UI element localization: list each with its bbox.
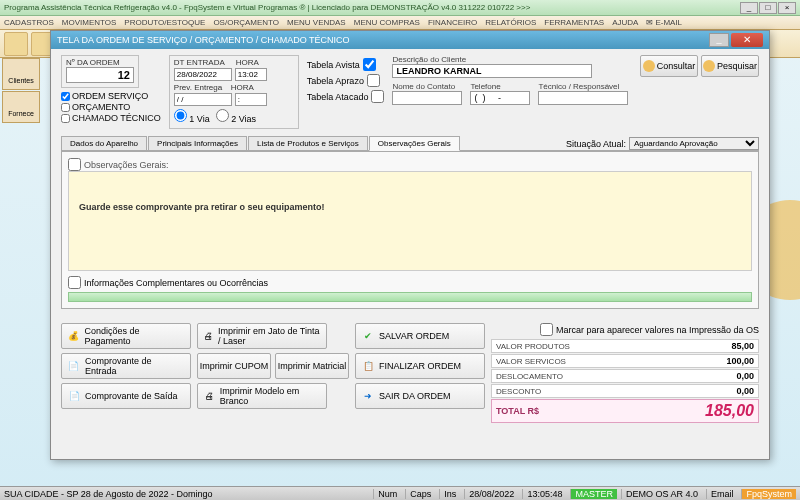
obs-textarea[interactable]: Guarde esse comprovante pra retirar o se… — [68, 171, 752, 271]
info-comp-checkbox[interactable] — [68, 276, 81, 289]
menu-os[interactable]: OS/ORÇAMENTO — [213, 18, 279, 27]
sb-fpq[interactable]: FpqSystem — [741, 489, 796, 499]
check-ordem-servico[interactable]: ORDEM SERVIÇO — [61, 91, 161, 101]
toolbar-icon[interactable] — [4, 32, 28, 56]
search-icon — [703, 60, 715, 72]
sidebar-fornecedores[interactable]: Fornece — [2, 91, 40, 123]
check-tabela-avista[interactable]: Tabela Avista — [307, 58, 385, 71]
contato-input[interactable] — [392, 91, 462, 105]
dialog-close[interactable]: ✕ — [731, 33, 763, 47]
telefone-input[interactable] — [470, 91, 530, 105]
menu-relatorios[interactable]: RELATÓRIOS — [485, 18, 536, 27]
sb-num: Num — [373, 489, 401, 499]
sb-cidade: SUA CIDADE - SP 28 de Agosto de 2022 - D… — [4, 489, 212, 499]
sb-ins: Ins — [439, 489, 460, 499]
finalizar-button[interactable]: 📋FINALIZAR ORDEM — [355, 353, 485, 379]
valor-desloc: 0,00 — [736, 371, 754, 381]
printer-icon: 🖨 — [203, 329, 214, 343]
tab-lista[interactable]: Lista de Produtos e Serviços — [248, 136, 368, 150]
marcar-checkbox[interactable] — [540, 323, 553, 336]
tab-dados[interactable]: Dados do Aparelho — [61, 136, 147, 150]
minimize-button[interactable]: _ — [740, 2, 758, 14]
sb-hora: 13:05:48 — [522, 489, 566, 499]
salvar-button[interactable]: ✔SALVAR ORDEM — [355, 323, 485, 349]
menu-ferramentas[interactable]: FERRAMENTAS — [544, 18, 604, 27]
dt-entrada-group: DT ENTRADA HORA Prev. Entrega HORA 1 Via… — [169, 55, 299, 129]
payment-icon: 💰 — [67, 329, 81, 343]
check-icon: ✔ — [361, 329, 375, 343]
window-controls: _ □ × — [740, 2, 796, 14]
radio-1via[interactable]: 1 Via — [174, 109, 210, 124]
app-titlebar: Programa Assistência Técnica Refrigeraçã… — [0, 0, 800, 16]
comp-entrada-button[interactable]: 📄Comprovante de Entrada — [61, 353, 191, 379]
hora-input[interactable] — [235, 68, 267, 81]
tab-obs[interactable]: Observações Gerais — [369, 136, 460, 151]
valor-total: 185,00 — [705, 402, 754, 420]
dialog-title-text: TELA DA ORDEM DE SERVIÇO / ORÇAMENTO / C… — [57, 35, 709, 45]
sair-button[interactable]: ➜SAIR DA ORDEM — [355, 383, 485, 409]
action-buttons: Consultar Pesquisar — [640, 55, 759, 77]
sb-master: MASTER — [570, 489, 617, 499]
valor-produtos: 85,00 — [731, 341, 754, 351]
maximize-button[interactable]: □ — [759, 2, 777, 14]
sb-caps: Caps — [405, 489, 435, 499]
comp-saida-button[interactable]: 📄Comprovante de Saída — [61, 383, 191, 409]
dt-entrada-input[interactable] — [174, 68, 232, 81]
sb-demo: DEMO OS AR 4.0 — [621, 489, 702, 499]
receipt-icon: 📄 — [67, 389, 81, 403]
obs-checkbox[interactable] — [68, 158, 81, 171]
imprimir-cupom-button[interactable]: Imprimir CUPOM — [197, 353, 271, 379]
search-icon — [643, 60, 655, 72]
tabs: Dados do Aparelho Principais Informações… — [61, 135, 759, 151]
menubar: CADASTROS MOVIMENTOS PRODUTO/ESTOQUE OS/… — [0, 16, 800, 30]
menu-produto[interactable]: PRODUTO/ESTOQUE — [124, 18, 205, 27]
sb-data: 28/08/2022 — [464, 489, 518, 499]
menu-cadastros[interactable]: CADASTROS — [4, 18, 54, 27]
valor-desconto: 0,00 — [736, 386, 754, 396]
prev-hora-input[interactable] — [235, 93, 267, 106]
num-ordem-input[interactable] — [66, 67, 134, 83]
num-ordem-group: Nº DA ORDEM — [61, 55, 139, 88]
tabela-group: Tabela Avista Tabela Aprazo Tabela Ataca… — [307, 55, 385, 106]
tecnico-input[interactable] — [538, 91, 628, 105]
menu-financeiro[interactable]: FINANCEIRO — [428, 18, 477, 27]
obs-panel: Observações Gerais: Guarde esse comprova… — [61, 151, 759, 309]
app-title: Programa Assistência Técnica Refrigeraçã… — [4, 3, 740, 12]
receipt-icon: 📄 — [67, 359, 81, 373]
close-button[interactable]: × — [778, 2, 796, 14]
situacao-select[interactable]: Aguardando Aprovação — [629, 137, 759, 150]
finalize-icon: 📋 — [361, 359, 375, 373]
os-dialog: TELA DA ORDEM DE SERVIÇO / ORÇAMENTO / C… — [50, 30, 770, 460]
sb-email[interactable]: Email — [706, 489, 738, 499]
sidebar-clientes[interactable]: Clientes — [2, 58, 40, 90]
dialog-titlebar: TELA DA ORDEM DE SERVIÇO / ORÇAMENTO / C… — [51, 31, 769, 49]
check-tabela-atacado[interactable]: Tabela Atacado — [307, 90, 385, 103]
statusbar: SUA CIDADE - SP 28 de Agosto de 2022 - D… — [0, 486, 800, 500]
imprimir-jato-button[interactable]: 🖨Imprimir em Jato de Tinta / Laser — [197, 323, 327, 349]
situacao-label: Situação Atual: — [566, 139, 626, 149]
check-orcamento[interactable]: ORÇAMENTO — [61, 102, 161, 112]
radio-2vias[interactable]: 2 Vias — [216, 109, 256, 124]
menu-movimentos[interactable]: MOVIMENTOS — [62, 18, 117, 27]
menu-vendas[interactable]: MENU VENDAS — [287, 18, 346, 27]
valor-servicos: 100,00 — [726, 356, 754, 366]
imprimir-matricial-button[interactable]: Imprimir Matricial — [275, 353, 349, 379]
info-comp-bar — [68, 292, 752, 302]
pesquisar-button[interactable]: Pesquisar — [701, 55, 759, 77]
consultar-button[interactable]: Consultar — [640, 55, 698, 77]
menu-email[interactable]: ✉ E-MAIL — [646, 18, 682, 27]
exit-icon: ➜ — [361, 389, 375, 403]
menu-ajuda[interactable]: AJUDA — [612, 18, 638, 27]
cond-pagamento-button[interactable]: 💰Condições de Pagamento — [61, 323, 191, 349]
cliente-input[interactable] — [392, 64, 592, 78]
num-ordem-label: Nº DA ORDEM — [66, 58, 134, 67]
check-tabela-aprazo[interactable]: Tabela Aprazo — [307, 74, 385, 87]
tab-principais[interactable]: Principais Informações — [148, 136, 247, 150]
dialog-minimize[interactable]: _ — [709, 33, 729, 47]
sidebar: Clientes Fornece — [2, 58, 40, 123]
check-chamado[interactable]: CHAMADO TÉCNICO — [61, 113, 161, 123]
menu-compras[interactable]: MENU COMPRAS — [354, 18, 420, 27]
totals-panel: Marcar para aparecer valores na Impressã… — [491, 323, 759, 423]
imprimir-branco-button[interactable]: 🖨Imprimir Modelo em Branco — [197, 383, 327, 409]
prev-entrega-input[interactable] — [174, 93, 232, 106]
